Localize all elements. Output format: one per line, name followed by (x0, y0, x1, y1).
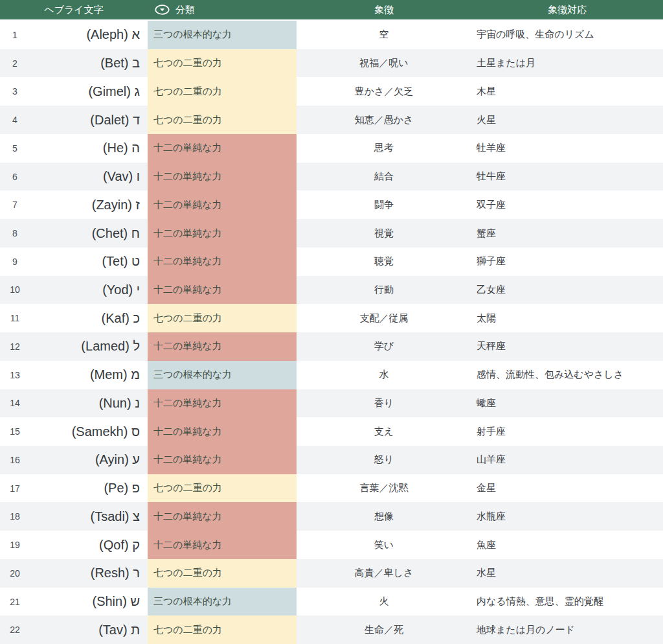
category-cell: 七つの二重の力 (148, 77, 297, 106)
row-number: 4 (0, 106, 30, 134)
correspondence-cell: 水星 (471, 559, 663, 588)
column-header-category: 分類 (148, 0, 297, 19)
table-row: 2 (Bet) ב 七つの二重の力 祝福／呪い 土星または月 (0, 49, 663, 78)
symbol-cell: 知恵／愚かさ (297, 106, 471, 134)
symbol-cell: 視覚 (297, 219, 471, 247)
category-cell: 三つの根本的な力 (148, 361, 297, 389)
table-row: 18 (Tsadi) צ 十二の単純な力 想像 水瓶座 (0, 502, 663, 531)
category-cell: 三つの根本的な力 (148, 588, 297, 616)
hebrew-letter-cell: (Nun) נ (30, 389, 148, 418)
correspondence-cell: 蟹座 (471, 219, 663, 247)
row-number: 12 (0, 332, 30, 361)
correspondence-cell: 太陽 (471, 304, 663, 332)
dropdown-chip-icon[interactable] (155, 5, 170, 15)
symbol-cell: 思考 (297, 134, 471, 163)
row-number: 16 (0, 446, 30, 474)
column-header-symbol-label: 象徴 (374, 4, 394, 16)
hebrew-letter-cell: (Vav) ו (30, 163, 148, 191)
correspondence-cell: 乙女座 (471, 276, 663, 305)
correspondence-cell: 宇宙の呼吸、生命のリズム (471, 21, 663, 49)
category-cell: 十二の単純な力 (148, 276, 297, 305)
hebrew-letter-cell: (Kaf) כ (30, 304, 148, 332)
hebrew-letter-cell: (Aleph) א (30, 21, 148, 49)
hebrew-letter-cell: (Dalet) ד (30, 106, 148, 134)
table-row: 7 (Zayin) ז 十二の単純な力 闘争 双子座 (0, 190, 663, 219)
symbol-cell: 結合 (297, 163, 471, 191)
category-cell: 十二の単純な力 (148, 389, 297, 418)
hebrew-letter-cell: (He) ה (30, 134, 148, 163)
table-header-row: ヘブライ文字 分類 象徴 象徴対応 (0, 0, 663, 21)
correspondence-cell: 魚座 (471, 531, 663, 559)
symbol-cell: 支配／従属 (297, 304, 471, 332)
correspondence-cell: 獅子座 (471, 247, 663, 276)
row-number: 22 (0, 615, 30, 644)
category-cell: 十二の単純な力 (148, 502, 297, 531)
table-row: 8 (Chet) ח 十二の単純な力 視覚 蟹座 (0, 219, 663, 247)
row-number: 10 (0, 276, 30, 305)
category-cell: 七つの二重の力 (148, 474, 297, 503)
category-cell: 七つの二重の力 (148, 615, 297, 644)
correspondence-cell: 木星 (471, 77, 663, 106)
row-number: 5 (0, 134, 30, 163)
hebrew-letters-table: ヘブライ文字 分類 象徴 象徴対応 1 (Aleph) א 三つの根本的な力 空… (0, 0, 663, 644)
hebrew-letter-cell: (Chet) ח (30, 219, 148, 247)
symbol-cell: 支え (297, 417, 471, 446)
table-row: 19 (Qof) ק 十二の単純な力 笑い 魚座 (0, 531, 663, 559)
hebrew-letter-cell: (Samekh) ס (30, 417, 148, 446)
table-row: 22 (Tav) ת 七つの二重の力 生命／死 地球または月のノード (0, 615, 663, 644)
correspondence-cell: 地球または月のノード (471, 615, 663, 644)
symbol-cell: 言葉／沈黙 (297, 474, 471, 503)
symbol-cell: 怒り (297, 446, 471, 474)
row-number: 21 (0, 588, 30, 616)
symbol-cell: 水 (297, 361, 471, 389)
hebrew-letter-cell: (Bet) ב (30, 49, 148, 78)
hebrew-letter-cell: (Ayin) ע (30, 446, 148, 474)
symbol-cell: 祝福／呪い (297, 49, 471, 78)
table-row: 5 (He) ה 十二の単純な力 思考 牡羊座 (0, 134, 663, 163)
category-cell: 十二の単純な力 (148, 332, 297, 361)
hebrew-letter-cell: (Zayin) ז (30, 190, 148, 219)
hebrew-letter-cell: (Mem) מ (30, 361, 148, 389)
hebrew-letter-cell: (Pe) פ (30, 474, 148, 503)
symbol-cell: 高貴／卑しさ (297, 559, 471, 588)
category-cell: 三つの根本的な力 (148, 21, 297, 49)
table-row: 4 (Dalet) ד 七つの二重の力 知恵／愚かさ 火星 (0, 106, 663, 134)
hebrew-letter-cell: (Lamed) ל (30, 332, 148, 361)
hebrew-letter-cell: (Tsadi) צ (30, 502, 148, 531)
row-number: 13 (0, 361, 30, 389)
table-row: 12 (Lamed) ל 十二の単純な力 学び 天秤座 (0, 332, 663, 361)
table-row: 17 (Pe) פ 七つの二重の力 言葉／沈黙 金星 (0, 474, 663, 503)
hebrew-letter-cell: (Tav) ת (30, 615, 148, 644)
column-header-symbol: 象徴 (297, 0, 471, 19)
category-cell: 十二の単純な力 (148, 531, 297, 559)
correspondence-cell: 山羊座 (471, 446, 663, 474)
correspondence-cell: 射手座 (471, 417, 663, 446)
row-number: 18 (0, 502, 30, 531)
column-header-category-label: 分類 (175, 4, 195, 16)
category-cell: 七つの二重の力 (148, 304, 297, 332)
category-cell: 七つの二重の力 (148, 49, 297, 78)
column-header-hebrew-letters-label: ヘブライ文字 (44, 4, 103, 16)
correspondence-cell: 金星 (471, 474, 663, 503)
correspondence-cell: 牡羊座 (471, 134, 663, 163)
hebrew-letter-cell: (Resh) ר (30, 559, 148, 588)
row-number: 8 (0, 219, 30, 247)
category-cell: 十二の単純な力 (148, 163, 297, 191)
correspondence-cell: 内なる情熱、意思、霊的覚醒 (471, 588, 663, 616)
table-row: 13 (Mem) מ 三つの根本的な力 水 感情、流動性、包み込むやさしさ (0, 361, 663, 389)
category-cell: 十二の単純な力 (148, 190, 297, 219)
table-row: 11 (Kaf) כ 七つの二重の力 支配／従属 太陽 (0, 304, 663, 332)
category-cell: 十二の単純な力 (148, 446, 297, 474)
symbol-cell: 生命／死 (297, 615, 471, 644)
symbol-cell: 豊かさ／欠乏 (297, 77, 471, 106)
category-cell: 十二の単純な力 (148, 134, 297, 163)
correspondence-cell: 火星 (471, 106, 663, 134)
column-header-hebrew-letters: ヘブライ文字 (0, 0, 148, 19)
correspondence-cell: 天秤座 (471, 332, 663, 361)
hebrew-letter-cell: (Shin) ש (30, 588, 148, 616)
symbol-cell: 空 (297, 21, 471, 49)
correspondence-cell: 蠍座 (471, 389, 663, 418)
row-number: 7 (0, 190, 30, 219)
table-row: 20 (Resh) ר 七つの二重の力 高貴／卑しさ 水星 (0, 559, 663, 588)
correspondence-cell: 感情、流動性、包み込むやさしさ (471, 361, 663, 389)
